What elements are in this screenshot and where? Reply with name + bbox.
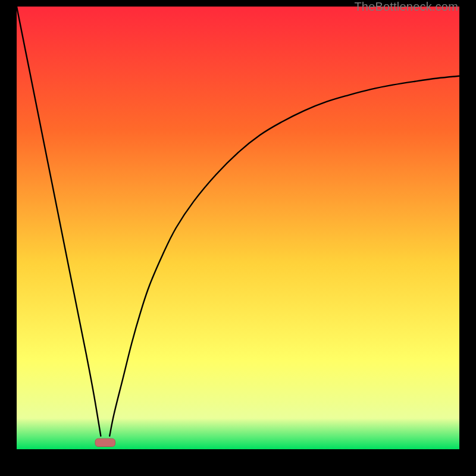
optimum-marker: [95, 439, 115, 446]
bottleneck-chart: [17, 7, 459, 449]
gradient-background: [17, 7, 459, 449]
watermark-text: TheBottleneck.com: [354, 0, 458, 14]
chart-frame: [17, 7, 459, 449]
